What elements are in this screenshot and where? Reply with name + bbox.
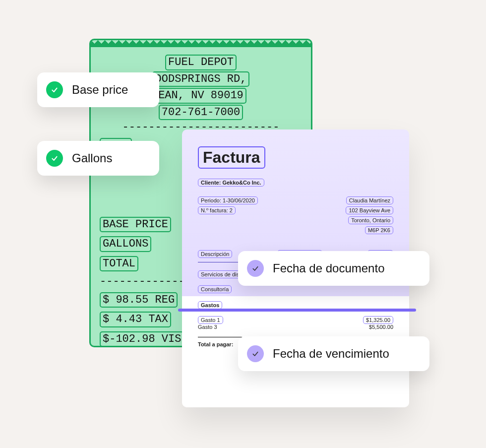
invoice-number: N.º factura: 2 [198,206,236,214]
pill-base-price: Base price [37,72,159,107]
receipt-gallons-label: GALLONS [100,236,151,252]
invoice-addr2: Toronto, Ontario [348,216,393,224]
pill-document-date-label: Fecha de documento [273,261,384,275]
invoice-title: Factura [198,146,265,169]
invoice-scan-line [178,309,416,312]
pill-due-date-label: Fecha de vencimiento [273,347,389,361]
receipt-total-label: TOTAL [100,256,138,272]
check-icon [46,150,63,167]
receipt-addr1: OODSPRINGS RD, [152,71,250,87]
invoice-client: Cliente: Gekko&Co Inc. [198,179,264,187]
invoice-row-gasto3: Gasto 3 [198,324,217,330]
pill-base-price-label: Base price [72,83,128,97]
invoice-name: Claudia Martínez [346,196,393,204]
receipt-amount-tax: $ 4.43 TAX [100,312,171,327]
invoice-addr1: 102 Bayview Ave [346,206,393,214]
pill-due-date: Fecha de vencimiento [238,336,429,371]
receipt-amount-vis: $-102.98 VIS [100,331,184,347]
receipt-amount-reg: $ 98.55 REG [100,292,178,308]
invoice-addr3: M6P 2K6 [365,226,393,234]
invoice-section-gastos: Gastos [198,301,222,309]
invoice-col-desc: Descripción [198,250,232,258]
pill-document-date: Fecha de documento [238,251,429,286]
invoice-row-consulting: Consultoría [198,285,232,293]
receipt-merchant: FUEL DEPOT [165,55,237,70]
pill-gallons: Gallons [37,141,159,176]
check-icon [46,81,63,98]
check-icon [247,260,264,277]
invoice-row-gasto3-amt: $5,500.00 [369,324,393,330]
receipt-phone: 702-761-7000 [159,105,243,121]
pill-gallons-label: Gallons [72,151,112,165]
receipt-base-price-label: BASE PRICE [100,217,171,233]
receipt-addr2: EAN, NV 89019 [155,88,246,104]
check-icon [247,345,264,362]
invoice-period: Periodo: 1-30/06/2020 [198,196,258,204]
